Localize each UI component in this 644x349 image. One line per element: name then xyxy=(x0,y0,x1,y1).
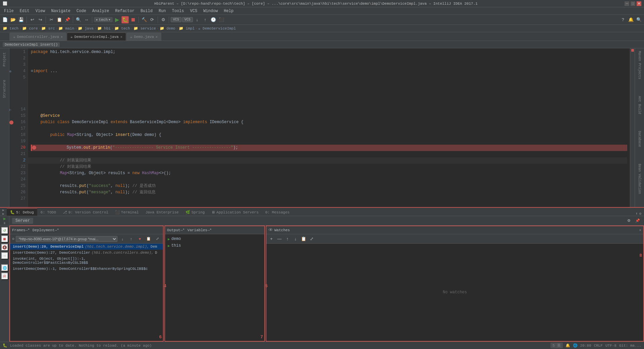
watches-up-btn[interactable]: ↑ xyxy=(284,235,291,243)
status-bell[interactable]: 🔔 xyxy=(566,343,570,348)
thread-filter-btn[interactable]: ▼ xyxy=(136,235,144,243)
bottom-tab-spring[interactable]: 🌿 Spring xyxy=(182,208,208,216)
project-tab[interactable]: Project xyxy=(3,51,6,68)
menu-code[interactable]: Code xyxy=(74,8,89,14)
menu-view[interactable]: View xyxy=(33,8,48,14)
menu-run[interactable]: Run xyxy=(156,8,169,14)
tb-settings[interactable]: ⚙ xyxy=(160,16,167,23)
tb-history[interactable]: 🕐 xyxy=(210,16,217,23)
bc-core[interactable]: 📁 core xyxy=(22,26,38,31)
bottom-tab-messages[interactable]: 0: Messages xyxy=(262,208,293,216)
tb-new-project[interactable]: 📄 xyxy=(1,16,9,23)
bc-demoimpl[interactable]: ☕ DemoServiceImpl xyxy=(198,26,236,31)
watches-import-btn[interactable]: ⤢ xyxy=(308,235,315,243)
debug-web-btn[interactable]: 🌐 xyxy=(1,264,8,271)
debug-step-over-btn[interactable]: → xyxy=(1,252,8,259)
menu-refactor[interactable]: Refactor xyxy=(112,8,137,14)
var-this[interactable]: ▶ this xyxy=(165,242,264,249)
debug-irebel-btn[interactable]: iR xyxy=(1,272,8,280)
bc-hbi[interactable]: 📁 hbi xyxy=(97,26,111,31)
watches-copy-btn[interactable]: 📋 xyxy=(300,235,307,243)
tb-stop-button[interactable]: ⏹ xyxy=(129,16,137,23)
tb-save[interactable]: 💾 xyxy=(17,16,25,23)
thread-up-btn[interactable]: ↑ xyxy=(127,235,135,243)
menu-file[interactable]: File xyxy=(1,8,16,14)
tb-vcs-push[interactable]: ↑ xyxy=(202,16,209,23)
vcs-btn-2[interactable]: VCS xyxy=(182,17,193,22)
bc-tech2[interactable]: 📁 tech xyxy=(114,26,130,31)
bc-tech[interactable]: 📁 tech xyxy=(3,26,18,31)
editor-scrollbar[interactable] xyxy=(630,48,635,207)
bottom-tab-todo[interactable]: 6: TODO xyxy=(37,208,59,216)
close-button[interactable]: ✕ xyxy=(637,1,641,6)
close-tab-1[interactable]: ✕ xyxy=(61,35,63,39)
debug-pause-btn[interactable]: ⏸ xyxy=(2,221,8,225)
debug-pin-btn[interactable]: 📌 xyxy=(634,217,641,225)
tb-copy[interactable]: 📋 xyxy=(56,16,63,23)
gutter-fold-18[interactable]: ▷ xyxy=(9,106,15,113)
gutter-fold-4[interactable]: ⊕ xyxy=(9,68,15,74)
menu-build[interactable]: Build xyxy=(138,8,155,14)
structure-tab[interactable]: Structure xyxy=(3,79,6,99)
bc-src[interactable]: 📁 src xyxy=(41,26,55,31)
vcs-btn-1[interactable]: VCS xyxy=(171,17,181,22)
status-globe[interactable]: 🌐 xyxy=(573,343,578,348)
menu-vcs[interactable]: VCS xyxy=(187,8,200,14)
frame-item-1[interactable]: insertDemo(Demo):27, DemoController (hbi… xyxy=(10,250,163,256)
close-tab-2[interactable]: ✕ xyxy=(120,35,122,39)
tb-help[interactable]: ? xyxy=(619,16,627,23)
bean-tab[interactable]: Bean Validation xyxy=(638,162,641,195)
bottom-tab-app-servers[interactable]: 🖥 Application Servers xyxy=(208,208,262,216)
tb-open[interactable]: 📂 xyxy=(9,16,17,23)
output-tab[interactable]: Output→* xyxy=(167,228,185,232)
maximize-button[interactable]: □ xyxy=(631,1,635,6)
frames-tab[interactable]: Frames→* xyxy=(12,228,30,232)
debug-resume-btn[interactable]: ▶ xyxy=(2,216,8,221)
bc-main[interactable]: 📁 main xyxy=(58,26,74,31)
status-5-icon[interactable]: 5 英 xyxy=(550,343,562,348)
tb-redo[interactable]: ↪ xyxy=(37,16,44,23)
bottom-tab-debug[interactable]: 🐛 5: Debug xyxy=(7,208,37,216)
frame-item-0[interactable]: insert(Demo):20, DemoServiceImpl (hbi.te… xyxy=(10,244,163,250)
watches-add-btn[interactable]: + xyxy=(268,235,275,243)
class-bc[interactable]: DemoServiceImpl insert() xyxy=(3,42,60,47)
gutter-breakpoint[interactable] xyxy=(9,119,15,126)
settings-icon[interactable]: ⚙ xyxy=(639,211,641,216)
debug-settings-btn[interactable]: ⚙ xyxy=(625,217,633,225)
tb-search-everywhere[interactable]: 🔍 xyxy=(635,16,643,23)
debug-server-tab[interactable]: Server xyxy=(12,218,33,224)
bc-java[interactable]: 📁 java xyxy=(78,26,94,31)
menu-help[interactable]: Help xyxy=(221,8,236,14)
thread-select[interactable]: *http-nio-8080-exec-10*@17,674 in group … xyxy=(16,236,117,242)
thread-copy-btn[interactable]: 📋 xyxy=(145,235,152,243)
tb-vcs-update[interactable]: ↓ xyxy=(194,16,201,23)
tab-democontroller[interactable]: ☕ DemoController.java ✕ xyxy=(9,33,66,41)
frame-item-3[interactable]: insertDemo(Demo):-1, DemoController$$Enh… xyxy=(10,266,163,272)
tb-paste[interactable]: 📌 xyxy=(64,16,71,23)
tb-cut[interactable]: ✂ xyxy=(48,16,55,23)
frame-item-2[interactable]: invoke(int, Object, Object[]):-1, DemoCo… xyxy=(10,256,163,266)
bottom-tab-java-enterprise[interactable]: Java Enterprise xyxy=(142,208,182,216)
maven-tab[interactable]: Maven Projects xyxy=(638,50,641,81)
tb-rebuild[interactable]: ⟳ xyxy=(149,16,156,23)
thread-expand-btn[interactable]: ⤢ xyxy=(154,235,161,243)
debug-stop-btn[interactable]: ⏹ xyxy=(1,235,8,243)
tb-terminal[interactable]: ⬛ xyxy=(218,16,225,23)
database-tab[interactable]: Database xyxy=(638,130,641,148)
tb-build[interactable]: 🔨 xyxy=(141,16,148,23)
minimize-button[interactable]: ─ xyxy=(625,1,629,6)
menu-tools[interactable]: Tools xyxy=(169,8,187,14)
watches-down-btn[interactable]: ↓ xyxy=(292,235,299,243)
artbuild-tab[interactable]: Ant Build xyxy=(638,95,641,115)
var-demo[interactable]: ▶ demo xyxy=(165,236,264,242)
watches-remove-btn[interactable]: — xyxy=(276,235,283,243)
run-config-label[interactable]: ▸ tech ▾ xyxy=(94,17,113,22)
menu-analyze[interactable]: Analyze xyxy=(90,8,112,14)
bottom-tab-terminal[interactable]: ⬛ Terminal xyxy=(112,208,142,216)
deployment-tab[interactable]: Deployment→* xyxy=(33,228,59,232)
menu-edit[interactable]: Edit xyxy=(17,8,32,14)
tb-replace[interactable]: ↔ xyxy=(83,16,90,23)
bc-impl[interactable]: 📁 impl xyxy=(179,26,195,31)
tab-demo[interactable]: ☕ Demo.java ✕ xyxy=(126,33,161,41)
bottom-tab-vcs[interactable]: ⎇ 9: Version Control xyxy=(59,208,112,216)
